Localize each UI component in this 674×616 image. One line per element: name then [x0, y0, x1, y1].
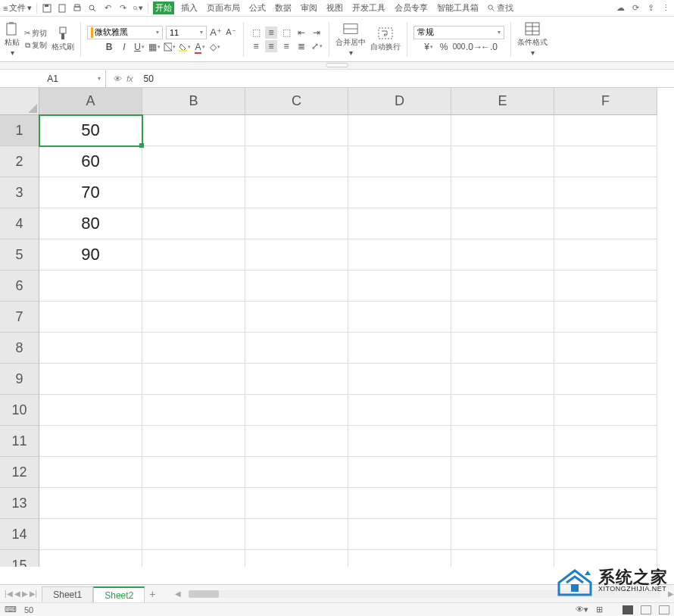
cell-C8[interactable] — [245, 333, 348, 364]
scroll-right-icon[interactable]: ▶ — [668, 589, 674, 598]
normal-view-icon[interactable] — [623, 605, 633, 614]
cell-A10[interactable] — [39, 395, 142, 426]
cell-D6[interactable] — [348, 270, 451, 302]
sheet-nav-last-icon[interactable]: ▶| — [30, 589, 38, 598]
decrease-indent-icon[interactable]: ⇤ — [295, 27, 307, 39]
cell-F9[interactable] — [554, 364, 657, 395]
decrease-decimal-icon[interactable]: ←.0 — [483, 41, 495, 53]
cell-E11[interactable] — [451, 426, 554, 457]
tab-data[interactable]: 数据 — [273, 2, 294, 14]
bold-icon[interactable]: B — [103, 41, 115, 53]
row-header-11[interactable]: 11 — [0, 426, 39, 457]
cell-E9[interactable] — [451, 364, 554, 395]
cloud-icon[interactable]: ☁ — [615, 3, 626, 14]
format-painter-button[interactable]: 格式刷 — [51, 26, 74, 52]
cell-F11[interactable] — [554, 426, 657, 457]
name-box[interactable]: A1 — [0, 70, 106, 87]
cell-F12[interactable] — [554, 457, 657, 488]
cut-button[interactable]: ✂ 剪切 — [24, 28, 47, 39]
cell-F7[interactable] — [554, 302, 657, 333]
ribbon-collapse-bar[interactable] — [0, 62, 674, 70]
cell-C15[interactable] — [245, 550, 348, 567]
column-header-C[interactable]: C — [245, 88, 348, 115]
sheet-tab-2[interactable]: Sheet2 — [93, 586, 145, 603]
tab-review[interactable]: 审阅 — [298, 2, 320, 14]
tab-start[interactable]: 开始 — [153, 2, 174, 14]
cell-E10[interactable] — [451, 395, 554, 426]
cell-E3[interactable] — [451, 177, 554, 208]
select-all-corner[interactable] — [0, 88, 39, 115]
row-header-8[interactable]: 8 — [0, 333, 39, 364]
fx-icon[interactable]: fx — [126, 74, 133, 83]
cell-C6[interactable] — [245, 270, 348, 302]
column-header-D[interactable]: D — [348, 88, 451, 115]
font-name-select[interactable]: 微软雅黑▾ — [87, 26, 163, 39]
cell-C14[interactable] — [245, 519, 348, 550]
grid-icon[interactable]: ⊞ — [596, 605, 603, 614]
cell-C7[interactable] — [245, 302, 348, 333]
cell-A13[interactable] — [39, 488, 142, 519]
row-header-9[interactable]: 9 — [0, 364, 39, 395]
cell-D14[interactable] — [348, 519, 451, 550]
cell-B2[interactable] — [142, 146, 245, 177]
eye-icon[interactable]: 👁▾ — [576, 605, 588, 614]
cell-B8[interactable] — [142, 333, 245, 364]
orientation-icon[interactable]: ⤢ — [310, 40, 323, 52]
cell-A11[interactable] — [39, 426, 142, 457]
align-top-icon[interactable]: ⬚ — [250, 27, 262, 39]
underline-icon[interactable]: U — [133, 41, 145, 53]
cell-C12[interactable] — [245, 457, 348, 488]
copy-button[interactable]: ⧉ 复制 — [25, 40, 47, 51]
cell-D12[interactable] — [348, 457, 451, 488]
cell-C10[interactable] — [245, 395, 348, 426]
cell-C5[interactable] — [245, 239, 348, 270]
cell-E15[interactable] — [451, 550, 554, 567]
cell-E7[interactable] — [451, 302, 554, 333]
decrease-font-icon[interactable]: A⁻ — [225, 27, 237, 39]
cell-C9[interactable] — [245, 364, 348, 395]
cell-E4[interactable] — [451, 208, 554, 239]
cell-A7[interactable] — [39, 302, 142, 333]
sheet-nav-first-icon[interactable]: |◀ — [5, 589, 13, 598]
cell-F1[interactable] — [554, 115, 657, 146]
cell-B12[interactable] — [142, 457, 245, 488]
cell-A5[interactable]: 90 — [39, 239, 142, 270]
search-button[interactable]: 查找 — [487, 2, 513, 14]
row-header-7[interactable]: 7 — [0, 302, 39, 333]
cell-A15[interactable] — [39, 550, 142, 567]
preview-icon[interactable] — [87, 3, 98, 14]
tab-formula[interactable]: 公式 — [247, 2, 268, 14]
clear-format-icon[interactable]: ◇ — [209, 41, 221, 53]
cell-B4[interactable] — [142, 208, 245, 239]
cell-E13[interactable] — [451, 488, 554, 519]
cell-B13[interactable] — [142, 488, 245, 519]
increase-font-icon[interactable]: A⁺ — [210, 27, 222, 39]
sheet-nav-next-icon[interactable]: ▶ — [22, 589, 28, 598]
justify-icon[interactable]: ≣ — [295, 40, 307, 52]
cell-A3[interactable]: 70 — [39, 177, 142, 208]
sheet-tab-1[interactable]: Sheet1 — [42, 586, 93, 602]
align-left-icon[interactable]: ≡ — [250, 40, 262, 52]
cell-D9[interactable] — [348, 364, 451, 395]
tab-member[interactable]: 会员专享 — [392, 2, 430, 14]
row-header-6[interactable]: 6 — [0, 270, 39, 302]
cell-B15[interactable] — [142, 550, 245, 567]
cell-B11[interactable] — [142, 426, 245, 457]
formula-bar[interactable]: 50 — [141, 73, 674, 84]
sync-icon[interactable]: ⟳ — [630, 3, 641, 14]
cell-C1[interactable] — [245, 115, 348, 146]
cell-style-icon[interactable] — [164, 41, 176, 53]
cell-F10[interactable] — [554, 395, 657, 426]
row-header-13[interactable]: 13 — [0, 488, 39, 519]
cell-A12[interactable] — [39, 457, 142, 488]
cell-F6[interactable] — [554, 270, 657, 302]
redo-icon[interactable]: ↷ — [117, 3, 128, 14]
cell-D3[interactable] — [348, 177, 451, 208]
cell-F13[interactable] — [554, 488, 657, 519]
cell-E14[interactable] — [451, 519, 554, 550]
align-right-icon[interactable]: ≡ — [280, 40, 292, 52]
cell-E2[interactable] — [451, 146, 554, 177]
cell-E5[interactable] — [451, 239, 554, 270]
border-icon[interactable]: ▦ — [148, 41, 161, 53]
row-header-2[interactable]: 2 — [0, 146, 39, 177]
